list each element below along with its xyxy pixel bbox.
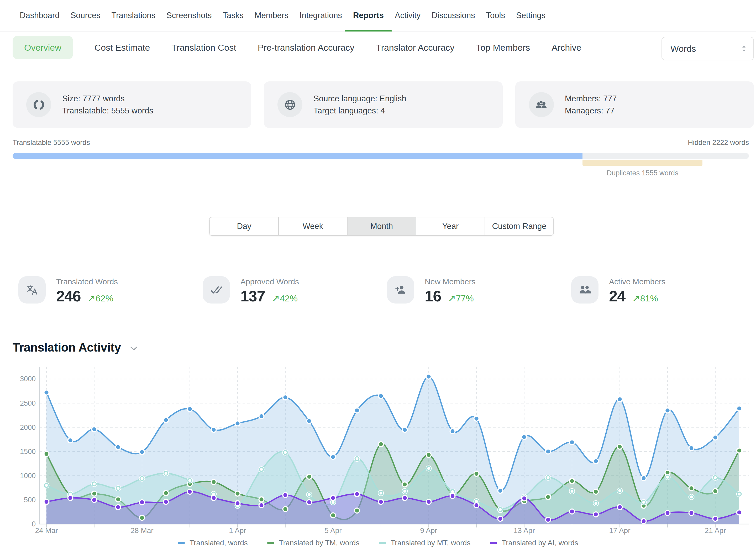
chart-point[interactable]	[355, 457, 359, 461]
chart-point[interactable]	[427, 375, 431, 379]
chart-point[interactable]	[498, 489, 502, 493]
nav-item[interactable]: Translations	[111, 0, 155, 31]
chart-point[interactable]	[283, 507, 287, 511]
chart-point[interactable]	[522, 496, 526, 500]
chart-point[interactable]	[570, 510, 574, 514]
report-tab[interactable]: Pre-translation Accuracy	[258, 43, 355, 53]
chart-point[interactable]	[427, 467, 431, 470]
chart-point[interactable]	[475, 417, 479, 421]
chart-point[interactable]	[140, 477, 144, 480]
chart-point[interactable]	[164, 491, 168, 495]
chart-point[interactable]	[642, 519, 646, 523]
report-tab[interactable]: Cost Estimate	[95, 43, 150, 53]
chart-point[interactable]	[236, 421, 240, 425]
chart-point[interactable]	[618, 397, 622, 401]
chart-point[interactable]	[379, 394, 383, 398]
nav-item[interactable]: Discussions	[432, 0, 475, 31]
chart-point[interactable]	[546, 518, 550, 522]
chart-point[interactable]	[713, 436, 717, 440]
nav-item[interactable]: Tasks	[223, 0, 243, 31]
nav-item[interactable]: Sources	[71, 0, 101, 31]
chart-point[interactable]	[188, 407, 192, 411]
chart-point[interactable]	[164, 471, 168, 475]
chart-point[interactable]	[307, 419, 311, 423]
chart-point[interactable]	[403, 489, 407, 493]
chart-point[interactable]	[546, 476, 550, 480]
chart-point[interactable]	[331, 513, 335, 517]
chart-point[interactable]	[618, 505, 622, 509]
chart-point[interactable]	[140, 500, 144, 504]
chart-point[interactable]	[307, 493, 311, 496]
chart-point[interactable]	[283, 451, 287, 454]
chart-point[interactable]	[594, 501, 598, 505]
chart-point[interactable]	[69, 438, 72, 442]
chart-point[interactable]	[737, 492, 741, 496]
chart-point[interactable]	[737, 449, 741, 453]
range-tab[interactable]: Month	[347, 217, 416, 235]
nav-item[interactable]: Screenshots	[166, 0, 212, 31]
chart-point[interactable]	[45, 500, 49, 504]
chart-point[interactable]	[570, 440, 574, 444]
chart-point[interactable]	[260, 414, 264, 418]
legend-item[interactable]: Translated by TM, words	[267, 539, 360, 547]
chart-point[interactable]	[570, 479, 574, 483]
chart-point[interactable]	[690, 495, 694, 499]
chart-point[interactable]	[594, 459, 598, 463]
chart-point[interactable]	[498, 517, 502, 521]
chart-point[interactable]	[666, 475, 670, 479]
chart-point[interactable]	[331, 455, 335, 459]
chevron-down-icon[interactable]	[130, 346, 138, 351]
chart-point[interactable]	[69, 496, 72, 500]
chart-point[interactable]	[403, 482, 407, 486]
chart-point[interactable]	[403, 496, 407, 500]
chart-point[interactable]	[260, 498, 264, 501]
nav-item[interactable]: Dashboard	[20, 0, 60, 31]
chart-point[interactable]	[713, 517, 717, 521]
chart-point[interactable]	[522, 435, 526, 439]
report-tab[interactable]: Top Members	[476, 43, 530, 53]
report-tab[interactable]: Translation Cost	[171, 43, 236, 53]
range-tab[interactable]: Custom Range	[485, 217, 553, 235]
chart-point[interactable]	[379, 491, 383, 495]
chart-point[interactable]	[212, 428, 216, 432]
chart-point[interactable]	[690, 486, 694, 490]
chart-point[interactable]	[475, 503, 479, 507]
chart-point[interactable]	[666, 511, 670, 515]
legend-item[interactable]: Translated by AI, words	[490, 539, 578, 547]
chart-point[interactable]	[618, 445, 622, 449]
chart-point[interactable]	[92, 492, 96, 495]
chart-point[interactable]	[427, 500, 431, 504]
chart-point[interactable]	[737, 510, 741, 514]
chart-point[interactable]	[498, 508, 502, 511]
chart-point[interactable]	[283, 493, 287, 497]
chart-point[interactable]	[451, 494, 455, 498]
chart-point[interactable]	[188, 490, 192, 494]
chart-point[interactable]	[355, 509, 359, 513]
chart-point[interactable]	[45, 483, 49, 487]
chart-point[interactable]	[546, 449, 550, 453]
chart-point[interactable]	[307, 500, 311, 504]
chart-point[interactable]	[260, 503, 264, 507]
chart-point[interactable]	[45, 390, 49, 394]
chart-point[interactable]	[331, 496, 335, 500]
chart-point[interactable]	[642, 500, 646, 504]
chart-point[interactable]	[283, 395, 287, 399]
nav-item[interactable]: Reports	[353, 0, 384, 31]
nav-item[interactable]: Tools	[486, 0, 505, 31]
unit-select[interactable]: Words	[661, 37, 754, 60]
chart-point[interactable]	[92, 498, 96, 502]
chart-point[interactable]	[116, 505, 120, 509]
legend-item[interactable]: Translated by MT, words	[379, 539, 470, 547]
chart-point[interactable]	[92, 427, 96, 431]
chart-point[interactable]	[236, 492, 240, 495]
range-tab[interactable]: Day	[209, 217, 278, 235]
chart-point[interactable]	[92, 482, 96, 486]
chart-point[interactable]	[451, 429, 455, 433]
nav-item[interactable]: Integrations	[300, 0, 342, 31]
chart-point[interactable]	[140, 516, 144, 520]
chart-point[interactable]	[594, 513, 598, 516]
chart-point[interactable]	[666, 409, 670, 412]
chart-point[interactable]	[713, 489, 717, 493]
chart-point[interactable]	[737, 406, 741, 410]
chart-point[interactable]	[355, 492, 359, 496]
